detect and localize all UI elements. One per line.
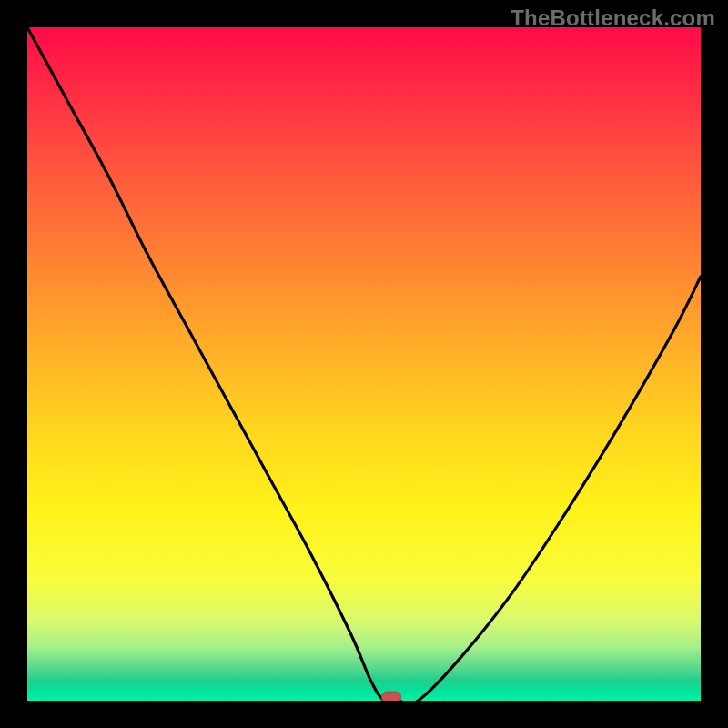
bottleneck-curve xyxy=(27,27,701,701)
watermark-text: TheBottleneck.com xyxy=(511,5,715,31)
plot-area xyxy=(27,27,701,701)
chart-stage: TheBottleneck.com xyxy=(0,0,728,728)
optimal-point-marker xyxy=(381,692,401,702)
